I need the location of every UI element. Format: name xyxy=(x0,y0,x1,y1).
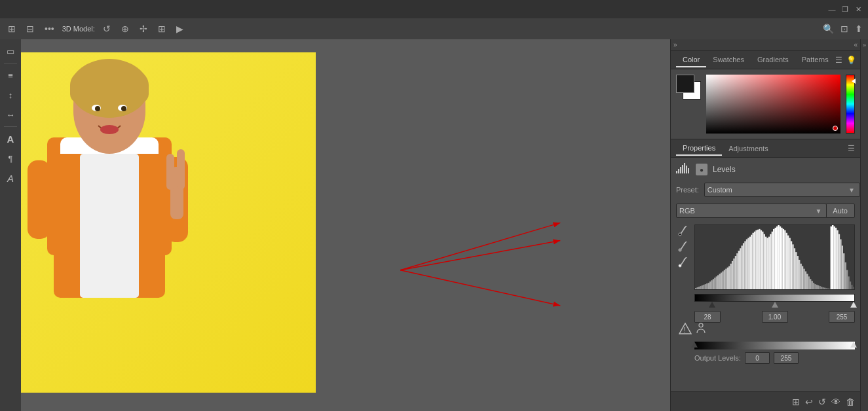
canvas-area[interactable] xyxy=(21,39,670,411)
svg-rect-42 xyxy=(706,283,708,289)
histogram-tools xyxy=(676,224,689,269)
svg-rect-66 xyxy=(744,241,745,290)
tab-adjustments[interactable]: Adjustments xyxy=(722,142,775,155)
midtone-input[interactable]: 1.00 xyxy=(762,311,788,323)
svg-rect-22 xyxy=(684,163,685,173)
levels-eye-button[interactable]: ● xyxy=(696,164,708,175)
input-slider-bar xyxy=(694,294,855,302)
eyedropper-white-icon xyxy=(677,257,688,268)
grid-icon[interactable]: ⊞ xyxy=(5,22,18,35)
color-panel-help-icon[interactable]: 💡 xyxy=(846,56,856,65)
collapse-right-icon[interactable]: » xyxy=(673,41,677,48)
restore-button[interactable]: ❐ xyxy=(840,5,850,14)
hue-strip[interactable] xyxy=(846,75,855,134)
svg-rect-107 xyxy=(810,279,811,289)
svg-rect-75 xyxy=(759,229,760,289)
tool-move[interactable]: ▭ xyxy=(1,42,20,60)
right-panels: » « Color Swatches Gradients Patterns ☰ … xyxy=(670,39,860,411)
eyedropper-white-btn[interactable] xyxy=(676,256,689,269)
svg-rect-54 xyxy=(725,269,726,289)
levels-icon-svg xyxy=(676,163,690,173)
tool-script[interactable]: A xyxy=(1,169,20,187)
svg-line-15 xyxy=(400,223,560,270)
channel-select[interactable]: RGB xyxy=(676,204,827,218)
svg-rect-43 xyxy=(708,283,709,289)
bottom-undo-icon[interactable]: ↺ xyxy=(818,397,826,407)
output-black-handle[interactable] xyxy=(691,342,698,348)
output-white-input[interactable]: 255 xyxy=(774,352,799,364)
output-handles xyxy=(694,342,855,348)
auto-button[interactable]: Auto xyxy=(825,204,855,218)
svg-rect-11 xyxy=(166,154,174,190)
svg-rect-80 xyxy=(766,238,768,289)
svg-point-26 xyxy=(679,233,681,236)
preset-select[interactable]: Custom xyxy=(704,183,860,197)
tool-eraser[interactable]: ↔ xyxy=(1,105,20,124)
foreground-swatch[interactable] xyxy=(676,75,694,93)
svg-rect-126 xyxy=(840,240,841,289)
layout-icon[interactable]: ⊡ xyxy=(840,24,848,34)
color-panel-menu-icon[interactable]: ☰ xyxy=(835,56,842,65)
bottom-redo-icon[interactable]: ↩ xyxy=(805,397,813,407)
preset-label: Preset: xyxy=(676,186,699,194)
svg-rect-20 xyxy=(680,167,681,173)
camera-icon[interactable]: ⊞ xyxy=(155,22,168,35)
eyedropper-black-btn[interactable] xyxy=(676,224,689,238)
svg-rect-104 xyxy=(805,272,806,289)
transform-icon[interactable]: ✢ xyxy=(137,22,150,35)
bottom-trash-icon[interactable]: 🗑 xyxy=(846,397,855,407)
outer-right-collapse: » xyxy=(860,39,868,411)
rotate-icon[interactable]: ↺ xyxy=(100,22,113,35)
svg-rect-89 xyxy=(781,228,782,289)
panel-icon[interactable]: ⊟ xyxy=(24,22,37,35)
outer-collapse-arrow[interactable]: » xyxy=(863,42,866,48)
tool-brush[interactable]: ≡ xyxy=(1,66,20,84)
output-black-input[interactable]: 0 xyxy=(745,352,770,364)
minimize-button[interactable]: — xyxy=(827,5,837,14)
properties-menu-icon[interactable]: ☰ xyxy=(848,144,855,153)
svg-rect-90 xyxy=(783,229,784,289)
svg-rect-45 xyxy=(711,280,712,289)
more-icon[interactable]: ••• xyxy=(42,22,57,35)
output-white-handle[interactable] xyxy=(850,342,857,348)
tool-type[interactable]: A xyxy=(1,130,20,148)
fg-bg-swatches[interactable] xyxy=(676,75,701,99)
svg-rect-124 xyxy=(837,230,838,289)
move-icon[interactable]: ⊕ xyxy=(119,22,132,35)
tool-paragraph[interactable]: ¶ xyxy=(1,149,20,168)
svg-rect-70 xyxy=(751,235,752,289)
color-gradient-picker[interactable] xyxy=(706,75,840,134)
white-point-input[interactable]: 255 xyxy=(829,311,855,323)
tab-patterns[interactable]: Patterns xyxy=(795,53,835,67)
bottom-grid-icon[interactable]: ⊞ xyxy=(792,397,800,407)
eyedropper-gray-btn[interactable] xyxy=(676,240,689,253)
black-point-handle[interactable] xyxy=(709,302,715,308)
share-icon[interactable]: ⬆ xyxy=(855,24,863,34)
svg-rect-132 xyxy=(850,281,851,289)
close-button[interactable]: ✕ xyxy=(854,5,863,14)
svg-rect-39 xyxy=(702,285,703,289)
bottom-eye-icon[interactable]: 👁 xyxy=(831,397,840,407)
svg-rect-98 xyxy=(795,252,797,289)
svg-rect-67 xyxy=(746,240,747,289)
svg-rect-47 xyxy=(714,277,715,289)
tab-gradients[interactable]: Gradients xyxy=(751,53,795,67)
color-gradient-main[interactable] xyxy=(706,75,840,134)
channel-row: RGB ▼ Auto xyxy=(676,204,855,218)
black-point-input[interactable]: 28 xyxy=(694,311,721,323)
midtone-handle[interactable] xyxy=(772,302,778,308)
video-icon[interactable]: ▶ xyxy=(174,22,186,35)
warning-person-icon xyxy=(696,323,706,336)
collapse-left-icon[interactable]: « xyxy=(854,41,858,48)
svg-rect-77 xyxy=(762,232,763,289)
svg-rect-24 xyxy=(688,168,689,173)
svg-rect-134 xyxy=(853,287,854,289)
tab-properties[interactable]: Properties xyxy=(676,141,722,156)
svg-rect-127 xyxy=(842,245,843,289)
tab-color[interactable]: Color xyxy=(676,53,706,67)
svg-rect-106 xyxy=(808,276,810,289)
search-icon[interactable]: 🔍 xyxy=(823,24,834,34)
white-point-handle[interactable] xyxy=(850,302,857,308)
tab-swatches[interactable]: Swatches xyxy=(706,53,751,67)
tool-stamp[interactable]: ↕ xyxy=(1,86,20,104)
